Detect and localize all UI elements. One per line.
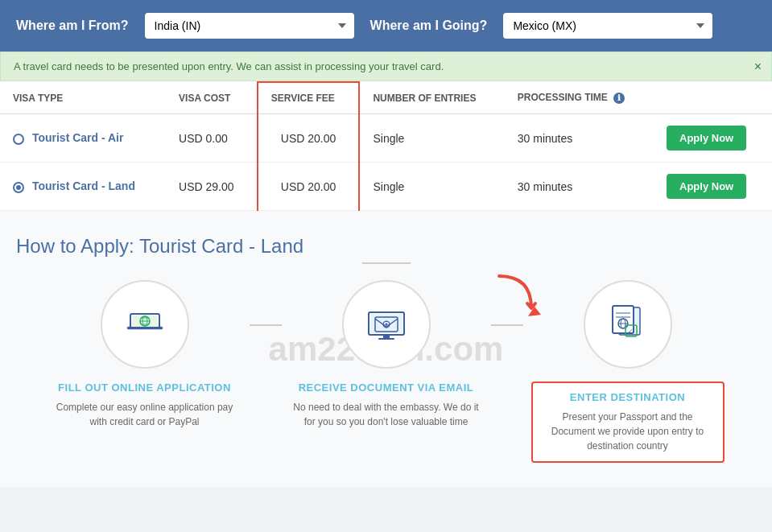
visa-table: VISA TYPE VISA COST SERVICE FEE NUMBER O… <box>0 81 772 211</box>
going-country-select[interactable]: Mexico (MX) <box>503 13 712 39</box>
col-processing: PROCESSING TIME ℹ <box>505 82 654 114</box>
tourist-card-air-link[interactable]: Tourist Card - Air <box>32 131 124 144</box>
step-1-circle <box>101 280 189 369</box>
visa-cost-air: USD 0.00 <box>166 114 258 163</box>
step-2: RECEIVE DOCUMENT VIA EMAIL No need to de… <box>282 280 491 429</box>
svg-rect-11 <box>378 338 394 340</box>
visa-type-cell: Tourist Card - Land <box>0 163 166 211</box>
steps-container: FILL OUT ONLINE APPLICATION Complete our… <box>16 280 756 463</box>
step-1-title: FILL OUT ONLINE APPLICATION <box>58 381 231 394</box>
apply-now-air-button[interactable]: Apply Now <box>667 126 746 151</box>
apply-air[interactable]: Apply Now <box>654 114 772 163</box>
apply-now-land-button[interactable]: Apply Now <box>667 174 746 199</box>
processing-land: 30 minutes <box>505 163 654 211</box>
step-2-desc: No need to deal with the embassy. We do … <box>290 400 483 429</box>
svg-point-14 <box>385 323 387 325</box>
alert-close-button[interactable]: × <box>754 60 762 73</box>
connector-1 <box>250 324 282 326</box>
from-country-select[interactable]: India (IN) <box>145 13 354 39</box>
alert-banner: A travel card needs to be presented upon… <box>0 52 772 81</box>
info-icon: ℹ <box>613 93 625 104</box>
step-2-circle <box>342 280 431 369</box>
header: Where am I From? India (IN) Where am I G… <box>0 0 772 52</box>
col-entries: NUMBER OF ENTRIES <box>359 82 504 114</box>
col-action <box>654 82 772 114</box>
col-service-fee: SERVICE FEE <box>258 82 360 114</box>
svg-text:✓: ✓ <box>628 328 634 335</box>
apply-land[interactable]: Apply Now <box>654 163 772 211</box>
how-divider <box>362 262 411 264</box>
email-monitor-icon <box>362 303 411 347</box>
processing-air: 30 minutes <box>505 114 654 163</box>
service-fee-air: USD 20.00 <box>258 114 360 163</box>
step-2-title: RECEIVE DOCUMENT VIA EMAIL <box>299 381 474 394</box>
entries-land: Single <box>359 163 504 211</box>
service-fee-land: USD 20.00 <box>258 163 360 211</box>
how-title: How to Apply: Tourist Card - Land <box>16 235 756 258</box>
passport-icon: ✓ <box>601 301 654 348</box>
col-visa-type: VISA TYPE <box>0 82 166 114</box>
entries-air: Single <box>359 114 504 163</box>
main-content: A travel card needs to be presented upon… <box>0 52 772 487</box>
radio-land[interactable] <box>13 182 24 193</box>
visa-cost-land: USD 29.00 <box>166 163 258 211</box>
step-1: FILL OUT ONLINE APPLICATION Complete our… <box>40 280 250 429</box>
going-label: Where am I Going? <box>370 19 488 33</box>
globe-laptop-icon <box>121 303 169 347</box>
step-3: ✓ ENTER DESTINATION Present your Passpor… <box>523 280 733 463</box>
table-row: Tourist Card - Air USD 0.00 USD 20.00 Si… <box>0 114 772 163</box>
alert-message: A travel card needs to be presented upon… <box>14 60 444 72</box>
step-3-title: ENTER DESTINATION <box>541 391 715 403</box>
visa-type-cell: Tourist Card - Air <box>0 114 166 163</box>
col-visa-cost: VISA COST <box>166 82 258 114</box>
step-3-desc: Present your Passport and the Document w… <box>541 410 715 453</box>
tourist-card-land-link[interactable]: Tourist Card - Land <box>32 179 135 192</box>
from-label: Where am I From? <box>16 19 129 33</box>
connector-2 <box>491 324 523 326</box>
radio-air[interactable] <box>13 134 24 145</box>
step-1-desc: Complete our easy online application pay… <box>48 400 242 429</box>
how-section: am22tech.com How to Apply: Tourist Card … <box>0 211 772 487</box>
step-3-circle: ✓ <box>584 280 672 369</box>
table-row: Tourist Card - Land USD 29.00 USD 20.00 … <box>0 163 772 211</box>
step-3-highlight: ENTER DESTINATION Present your Passport … <box>531 381 725 463</box>
